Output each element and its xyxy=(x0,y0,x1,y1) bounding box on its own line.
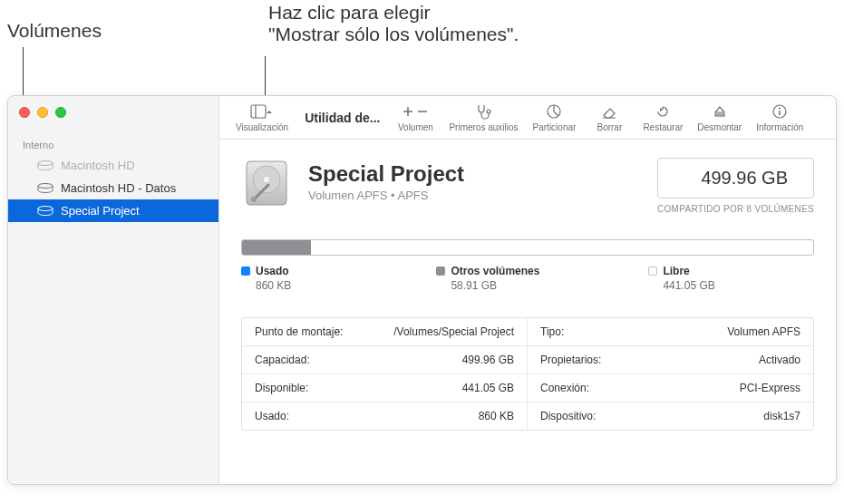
info-table: Punto de montaje: /Volumes/Special Proje… xyxy=(241,317,814,431)
eraser-icon xyxy=(601,102,617,121)
disk-icon xyxy=(37,206,53,217)
info-value: /Volumes/Special Project xyxy=(393,325,514,338)
capacity-note: COMPARTIDO POR 8 VOLÚMENES xyxy=(657,204,814,214)
legend-value: 58.91 GB xyxy=(436,279,539,292)
legend-used: Usado 860 KB xyxy=(241,265,291,292)
legend-other: Otros volúmenes 58.91 GB xyxy=(436,265,539,292)
disk-icon xyxy=(37,183,53,194)
callout-view-line2: "Mostrar sólo los volúmenes". xyxy=(268,24,519,45)
svg-point-13 xyxy=(779,108,781,110)
stethoscope-icon xyxy=(475,102,491,121)
legend-free: Libre 441.05 GB xyxy=(648,265,714,292)
window-title: Utilidad de... xyxy=(296,111,389,125)
disk-utility-window: Interno Macintosh HD Macintosh HD - Dato… xyxy=(7,95,837,485)
info-value: Volumen APFS xyxy=(727,325,800,338)
info-row-connection: Conexión: PCI-Express xyxy=(528,374,813,402)
usage-segment-other-volumes xyxy=(242,240,311,255)
info-key: Tipo: xyxy=(540,325,564,338)
info-button[interactable]: Información xyxy=(749,99,810,136)
info-value: Activado xyxy=(759,354,800,366)
svg-rect-11 xyxy=(715,114,724,116)
volume-name: Special Project xyxy=(308,161,641,187)
info-key: Usado: xyxy=(255,410,289,422)
sidebar-item-special-project[interactable]: Special Project xyxy=(8,199,218,222)
info-value: 499.96 GB xyxy=(462,354,514,366)
usage-bar xyxy=(241,239,814,256)
capacity-box: 499.96 GB COMPARTIDO POR 8 VOLÚMENES xyxy=(657,158,814,214)
legend-label: Usado xyxy=(256,265,289,277)
main-pane: Visualización Utilidad de... Volumen Pri… xyxy=(219,96,836,484)
volume-header: Special Project Volumen APFS • APFS 499.… xyxy=(241,158,814,214)
sidebar-view-icon xyxy=(250,102,274,121)
svg-rect-3 xyxy=(251,105,266,118)
view-menu-button[interactable]: Visualización xyxy=(228,99,296,136)
toolbar-label: Desmontar xyxy=(697,122,742,132)
legend-label: Otros volúmenes xyxy=(451,265,539,277)
info-key: Punto de montaje: xyxy=(255,325,343,338)
svg-point-1 xyxy=(38,183,53,188)
minimize-button[interactable] xyxy=(37,107,48,118)
toolbar-label: Volumen xyxy=(398,122,433,132)
info-icon xyxy=(771,102,788,121)
partition-button[interactable]: Particionar xyxy=(526,99,584,136)
info-key: Dispositivo: xyxy=(540,410,596,422)
toolbar-label: Particionar xyxy=(533,122,577,132)
info-value: PCI-Express xyxy=(740,382,800,394)
sidebar-item-label: Macintosh HD xyxy=(61,159,135,172)
first-aid-button[interactable]: Primeros auxilios xyxy=(441,99,525,136)
disk-icon xyxy=(37,160,53,171)
svg-point-8 xyxy=(487,110,490,113)
info-row-available: Disponible: 441.05 GB xyxy=(242,374,528,402)
callout-volumes: Volúmenes xyxy=(7,20,102,42)
toolbar-label: Borrar xyxy=(597,122,622,132)
info-key: Propietarios: xyxy=(540,354,601,366)
toolbar-label: Primeros auxilios xyxy=(449,122,518,132)
info-row-mount-point: Punto de montaje: /Volumes/Special Proje… xyxy=(242,318,528,346)
info-key: Conexión: xyxy=(540,382,589,394)
close-button[interactable] xyxy=(19,107,30,118)
toolbar-label: Visualización xyxy=(236,122,288,132)
callout-view-hint: Haz clic para elegir "Mostrar sólo los v… xyxy=(268,2,519,45)
eject-icon xyxy=(713,102,727,121)
info-row-type: Tipo: Volumen APFS xyxy=(528,318,813,346)
info-key: Capacidad: xyxy=(255,354,310,366)
legend-value: 860 KB xyxy=(241,279,291,292)
zoom-button[interactable] xyxy=(55,107,66,118)
sidebar-section-internal: Interno xyxy=(8,125,218,154)
swatch-white xyxy=(648,267,657,276)
svg-point-0 xyxy=(38,160,53,165)
info-value: disk1s7 xyxy=(763,410,800,422)
svg-point-17 xyxy=(263,176,270,183)
plus-minus-icon xyxy=(402,102,429,121)
info-key: Disponible: xyxy=(255,382,308,394)
svg-point-18 xyxy=(251,197,257,202)
volume-header-text: Special Project Volumen APFS • APFS xyxy=(308,158,641,202)
legend-label: Libre xyxy=(663,265,689,277)
volume-add-remove-button[interactable]: Volumen xyxy=(389,99,441,136)
toolbar-label: Información xyxy=(756,122,803,132)
info-row-device: Dispositivo: disk1s7 xyxy=(528,402,813,430)
swatch-gray xyxy=(436,267,445,276)
volume-subtitle: Volumen APFS • APFS xyxy=(308,189,641,202)
capacity-value: 499.96 GB xyxy=(657,158,814,199)
info-row-owners: Propietarios: Activado xyxy=(528,346,813,374)
legend-value: 441.05 GB xyxy=(648,279,714,292)
sidebar-item-macintosh-hd-data[interactable]: Macintosh HD - Datos xyxy=(8,177,218,199)
window-controls xyxy=(8,96,218,125)
pie-icon xyxy=(546,102,562,121)
usage-legend: Usado 860 KB Otros volúmenes 58.91 GB Li… xyxy=(241,265,814,292)
hdd-icon xyxy=(241,158,292,208)
info-value: 441.05 GB xyxy=(462,382,514,394)
erase-button[interactable]: Borrar xyxy=(583,99,635,136)
toolbar-label: Restaurar xyxy=(643,122,683,132)
info-row-used: Usado: 860 KB xyxy=(242,402,528,430)
info-value: 860 KB xyxy=(479,410,514,422)
unmount-button[interactable]: Desmontar xyxy=(690,99,749,136)
sidebar-item-label: Special Project xyxy=(61,204,140,218)
toolbar: Visualización Utilidad de... Volumen Pri… xyxy=(219,96,836,140)
restore-button[interactable]: Restaurar xyxy=(635,99,690,136)
restore-icon xyxy=(655,102,671,121)
callout-view-line1: Haz clic para elegir xyxy=(268,2,519,24)
sidebar-item-macintosh-hd[interactable]: Macintosh HD xyxy=(8,154,218,177)
info-row-capacity: Capacidad: 499.96 GB xyxy=(242,346,528,374)
